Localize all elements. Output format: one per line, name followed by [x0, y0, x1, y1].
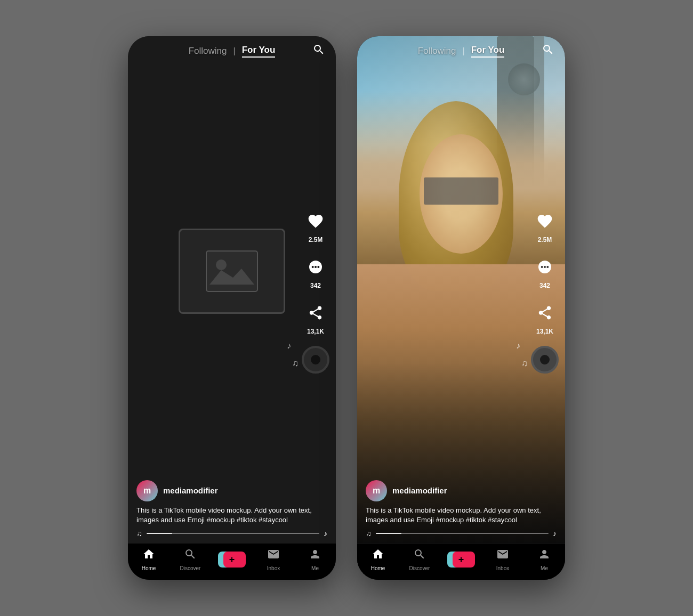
home-label-left: Home — [142, 565, 156, 571]
music-disc-right — [531, 346, 559, 374]
nav-tabs-right: Following | For You — [368, 45, 554, 58]
nav-tabs-left: Following | For You — [139, 45, 325, 58]
inbox-label-right: Inbox — [496, 565, 509, 571]
share-count-left: 13,1K — [307, 328, 324, 335]
phone-left: Following | For You ♪ — [128, 36, 336, 580]
like-count-left: 2.5M — [309, 236, 323, 244]
music-progress-fill-right — [376, 533, 402, 534]
tab-following-left[interactable]: Following — [189, 46, 227, 56]
bottom-info-left: m mediamodifier This is a TikTok mobile … — [128, 480, 336, 543]
me-label-right: Me — [541, 565, 548, 571]
svg-point-1 — [216, 260, 227, 270]
search-icon-right[interactable] — [542, 43, 554, 59]
music-progress-left[interactable] — [147, 533, 320, 534]
user-row-right: m mediamodifier — [366, 480, 557, 501]
nav-plus-left[interactable]: + — [216, 552, 248, 568]
comment-action-left[interactable]: 342 — [303, 254, 328, 289]
plus-button-left[interactable]: + — [221, 552, 243, 568]
share-action-right[interactable]: 13,1K — [532, 300, 558, 335]
avatar-left[interactable]: m — [136, 480, 158, 501]
comment-icon-right[interactable] — [532, 254, 558, 280]
user-row-left: m mediamodifier — [136, 480, 327, 501]
header-left: Following | For You — [128, 36, 336, 63]
disc-icon-left — [302, 346, 329, 374]
side-actions-right: 2.5M 342 — [531, 208, 559, 374]
bottom-nav-left: Home Discover + — [128, 543, 336, 580]
home-icon-left[interactable] — [142, 548, 155, 564]
nav-me-right[interactable]: Me — [528, 548, 560, 571]
nav-inbox-left[interactable]: Inbox — [257, 548, 289, 571]
image-placeholder-left — [179, 229, 285, 314]
inbox-icon-right[interactable] — [496, 548, 509, 564]
music-note-right-right: ♪ — [553, 529, 557, 538]
home-icon-right[interactable] — [372, 548, 384, 564]
username-left[interactable]: mediamodifier — [163, 486, 218, 495]
video-content-right: ♪ ♫ 2.5M — [357, 63, 565, 480]
music-note-icon-left: ♫ — [136, 529, 142, 538]
float-note-1: ♪ — [287, 341, 299, 351]
svg-point-9 — [546, 266, 549, 268]
search-icon-left[interactable] — [312, 43, 325, 59]
tab-divider-left: | — [233, 46, 236, 56]
share-icon-right[interactable] — [532, 300, 558, 326]
svg-point-4 — [315, 266, 317, 268]
nav-inbox-right[interactable]: Inbox — [487, 548, 519, 571]
inbox-icon-left[interactable] — [267, 548, 280, 564]
video-content-left: ♪ ♫ 2.5M — [128, 63, 336, 480]
avatar-right[interactable]: m — [366, 480, 387, 501]
nav-discover-right[interactable]: Discover — [404, 548, 436, 571]
tab-following-right[interactable]: Following — [418, 46, 456, 56]
float-note-2: ♫ — [292, 359, 299, 368]
me-icon-right[interactable] — [538, 548, 551, 564]
float-note-r2: ♫ — [521, 359, 528, 368]
like-action-left[interactable]: 2.5M — [303, 208, 328, 244]
svg-rect-0 — [206, 251, 257, 291]
discover-icon-left[interactable] — [184, 548, 197, 564]
nav-me-left[interactable]: Me — [299, 548, 331, 571]
music-note-icon-right: ♫ — [366, 529, 372, 538]
caption-right: This is a TikTok mobile video mockup. Ad… — [366, 506, 557, 525]
heart-icon-left[interactable] — [303, 208, 328, 234]
me-label-left: Me — [311, 565, 319, 571]
heart-icon-right[interactable] — [532, 208, 558, 234]
comment-action-right[interactable]: 342 — [532, 254, 558, 289]
svg-point-8 — [544, 266, 546, 268]
inbox-label-left: Inbox — [267, 565, 280, 571]
username-right[interactable]: mediamodifier — [392, 486, 447, 495]
comment-count-left: 342 — [310, 282, 321, 289]
home-label-right: Home — [371, 565, 385, 571]
float-notes-right: ♪ ♫ — [516, 341, 528, 368]
nav-home-left[interactable]: Home — [133, 548, 165, 571]
plus-button-right[interactable]: + — [450, 552, 472, 568]
music-disc-left — [302, 346, 329, 374]
music-bar-right: ♫ ♪ — [366, 529, 557, 538]
me-icon-left[interactable] — [309, 548, 321, 564]
nav-discover-left[interactable]: Discover — [174, 548, 206, 571]
comment-icon-left[interactable] — [303, 254, 328, 280]
svg-point-5 — [317, 266, 319, 268]
comment-count-right: 342 — [539, 282, 550, 289]
music-progress-fill-left — [147, 533, 173, 534]
tab-for-you-right[interactable]: For You — [471, 45, 505, 58]
nav-home-right[interactable]: Home — [362, 548, 394, 571]
share-action-left[interactable]: 13,1K — [303, 300, 328, 335]
float-note-r1: ♪ — [516, 341, 528, 351]
plus-sign-left: + — [229, 554, 235, 565]
music-progress-right[interactable] — [376, 533, 549, 534]
tab-for-you-left[interactable]: For You — [242, 45, 276, 58]
music-note-right-left: ♪ — [324, 529, 327, 538]
bottom-info-right: m mediamodifier This is a TikTok mobile … — [357, 480, 565, 543]
share-icon-left[interactable] — [303, 300, 328, 326]
discover-icon-right[interactable] — [413, 548, 426, 564]
discover-label-left: Discover — [180, 565, 201, 571]
discover-label-right: Discover — [409, 565, 430, 571]
svg-point-3 — [312, 266, 314, 268]
disc-icon-right — [531, 346, 559, 374]
music-bar-left: ♫ ♪ — [136, 529, 327, 538]
share-count-right: 13,1K — [536, 328, 553, 335]
caption-left: This is a TikTok mobile video mockup. Ad… — [136, 506, 327, 525]
phone-right: Following | For You ♪ ♫ — [357, 36, 565, 580]
nav-plus-right[interactable]: + — [445, 552, 477, 568]
header-right: Following | For You — [357, 36, 565, 63]
like-action-right[interactable]: 2.5M — [532, 208, 558, 244]
